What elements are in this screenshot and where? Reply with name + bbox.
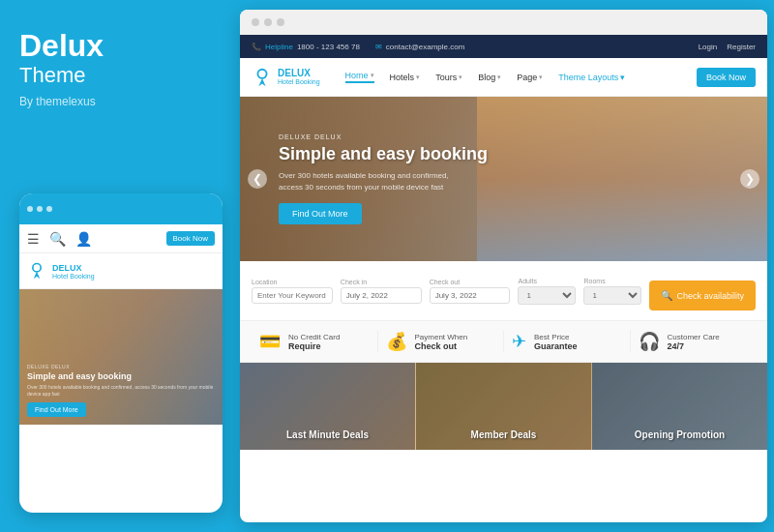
desktop-hero: ❮ ❯ DELUXE DELUX Simple and easy booking…: [240, 97, 767, 261]
feature-customer-care: 🎧 Customer Care 24/7: [631, 331, 757, 352]
desktop-dots: [240, 10, 767, 35]
price-icon: ✈: [512, 331, 526, 352]
email-address: contact@example.com: [386, 43, 465, 51]
location-input[interactable]: [252, 287, 333, 304]
header-email: ✉ contact@example.com: [375, 43, 465, 51]
feature-no-credit-card: 💳 No Credit Card Require: [252, 331, 378, 352]
mobile-dot-2: [37, 206, 43, 212]
mobile-logo-icon: [27, 261, 46, 281]
nav-hotels[interactable]: Hotels ▾: [390, 73, 421, 82]
feature-text-2: Payment When Check out: [415, 333, 468, 351]
mobile-find-btn[interactable]: Find Out More: [27, 402, 86, 417]
page-caret: ▾: [539, 74, 543, 81]
headset-icon: 🎧: [639, 331, 660, 352]
desktop-dot-1: [252, 18, 259, 26]
cards-row: Last Minute Deals Member Deals Opening P…: [240, 363, 767, 450]
mobile-user-icon[interactable]: 👤: [75, 231, 92, 247]
desktop-dot-3: [277, 18, 284, 26]
card-last-minute[interactable]: Last Minute Deals: [240, 363, 415, 450]
credit-card-icon: 💳: [259, 331, 281, 352]
card-label-1: Last Minute Deals: [240, 429, 415, 440]
feature-text-1: No Credit Card Require: [288, 333, 340, 351]
mobile-top-bar: [19, 193, 223, 224]
register-link[interactable]: Register: [727, 43, 756, 51]
svg-point-0: [33, 264, 41, 272]
adults-select[interactable]: 1 2 3: [518, 286, 576, 305]
checkin-label: Check in: [341, 279, 422, 285]
brand-by: By themelexus: [19, 95, 213, 108]
card-label-2: Member Deals: [416, 429, 591, 440]
mobile-hero: DELUXE DELUX Simple and easy booking Ove…: [19, 289, 223, 425]
nav-home[interactable]: Home ▾: [345, 71, 374, 83]
card-member-deals[interactable]: Member Deals: [415, 363, 592, 450]
home-caret: ▾: [371, 72, 374, 79]
features-row: 💳 No Credit Card Require 💰 Payment When …: [240, 321, 767, 363]
location-field: Location: [252, 279, 333, 304]
checkout-label: Check out: [430, 279, 511, 285]
adults-field: Adults 1 2 3: [518, 278, 576, 305]
mobile-menu-icon[interactable]: ☰: [27, 231, 40, 247]
header-phone: 📞 Helpline 1800 - 123 456 78: [252, 43, 360, 51]
rooms-label: Rooms: [583, 278, 641, 284]
nav-book-btn[interactable]: Book Now: [697, 68, 756, 87]
mobile-mockup: ☰ 🔍 👤 Book Now DELUX Hotel Booking DELUX…: [19, 193, 223, 513]
blog-caret: ▾: [497, 74, 501, 81]
nav-theme-layouts[interactable]: Theme Layouts ▾: [558, 73, 625, 82]
desktop-nav: DELUX Hotel Booking Home ▾ Hotels ▾ Tour…: [240, 58, 767, 97]
hero-pre-text: DELUXE DELUX: [279, 133, 488, 140]
feature-text-4: Customer Care 24/7: [668, 333, 720, 351]
checkin-input[interactable]: [341, 287, 422, 304]
mobile-logo-text: DELUX Hotel Booking: [52, 263, 95, 280]
desktop-dot-2: [264, 18, 272, 26]
adults-label: Adults: [518, 278, 576, 284]
payment-icon: 💰: [386, 331, 407, 352]
card-opening-promotion[interactable]: Opening Promotion: [592, 363, 767, 450]
checkout-input[interactable]: [430, 287, 511, 304]
nav-logo: DELUX Hotel Booking: [252, 67, 320, 88]
rooms-field: Rooms 1 2 3: [583, 278, 641, 305]
nav-logo-text: DELUX Hotel Booking: [278, 69, 320, 85]
search-availability-btn[interactable]: 🔍 Check availability: [649, 281, 756, 310]
nav-logo-icon: [252, 67, 273, 88]
desktop-mockup: 📞 Helpline 1800 - 123 456 78 ✉ contact@e…: [240, 10, 767, 522]
mobile-logo-area: DELUX Hotel Booking: [19, 253, 223, 289]
checkin-field: Check in: [341, 279, 422, 304]
hero-prev-arrow[interactable]: ❮: [248, 169, 267, 189]
hero-person-image: [477, 97, 767, 261]
checkout-field: Check out: [430, 279, 511, 304]
hero-description: Over 300 hotels available booking and co…: [279, 170, 472, 193]
search-icon: 🔍: [661, 290, 672, 301]
hero-title: Simple and easy booking: [279, 144, 488, 164]
card-label-3: Opening Promotion: [592, 429, 767, 440]
feature-best-price: ✈ Best Price Guarantee: [504, 331, 631, 352]
phone-icon: 📞: [252, 43, 261, 51]
search-bar: Location Check in Check out Adults 1 2 3…: [240, 261, 767, 321]
mobile-hero-content: DELUXE DELUX Simple and easy booking Ove…: [27, 364, 215, 417]
email-icon: ✉: [375, 43, 382, 51]
location-label: Location: [252, 279, 333, 285]
mobile-nav: ☰ 🔍 👤 Book Now: [19, 224, 223, 253]
phone-number: 1800 - 123 456 78: [297, 43, 360, 51]
desktop-header-top: 📞 Helpline 1800 - 123 456 78 ✉ contact@e…: [240, 35, 767, 58]
feature-payment: 💰 Payment When Check out: [378, 331, 505, 352]
hotels-caret: ▾: [416, 74, 420, 81]
header-top-right: Login Register: [699, 43, 756, 51]
login-link[interactable]: Login: [699, 43, 718, 51]
brand-subtitle: Theme: [19, 63, 213, 88]
nav-tours[interactable]: Tours ▾: [435, 73, 462, 82]
feature-text-3: Best Price Guarantee: [534, 333, 578, 351]
hero-content: DELUXE DELUX Simple and easy booking Ove…: [240, 133, 488, 224]
nav-page[interactable]: Page ▾: [517, 73, 543, 82]
mobile-dot-3: [46, 206, 52, 212]
nav-blog[interactable]: Blog ▾: [478, 73, 501, 82]
hero-next-arrow[interactable]: ❯: [740, 169, 759, 189]
brand-title: Delux: [19, 29, 213, 63]
left-panel: Delux Theme By themelexus ☰ 🔍 👤 Book Now…: [0, 0, 232, 532]
rooms-select[interactable]: 1 2 3: [583, 286, 641, 305]
mobile-book-btn[interactable]: Book Now: [166, 231, 215, 246]
mobile-dot-1: [27, 206, 33, 212]
theme-caret: ▾: [620, 73, 625, 82]
tours-caret: ▾: [459, 74, 462, 81]
mobile-search-icon[interactable]: 🔍: [49, 231, 66, 247]
hero-cta-btn[interactable]: Find Out More: [279, 203, 362, 224]
